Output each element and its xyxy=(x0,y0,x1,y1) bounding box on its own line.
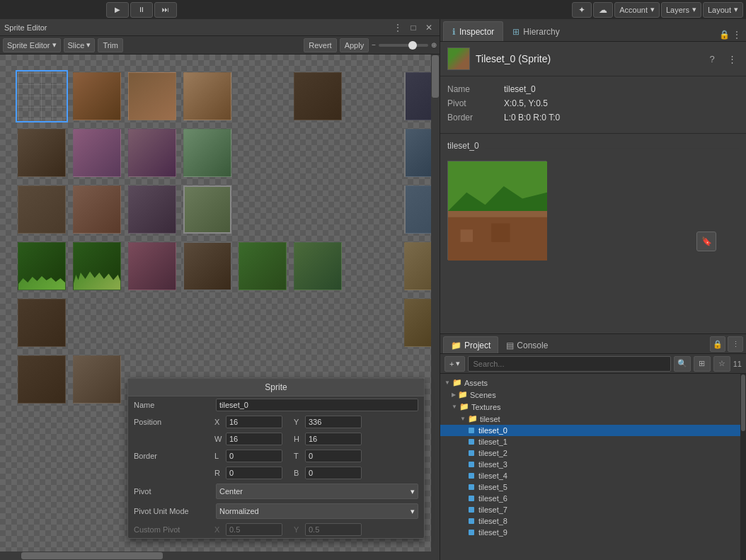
cloud-icon[interactable]: ☁ xyxy=(593,2,613,18)
pivot-dropdown[interactable]: Center ▾ xyxy=(216,484,418,499)
account-dropdown[interactable]: Account ▾ xyxy=(614,2,660,18)
pos-x-input[interactable] xyxy=(226,416,282,428)
sprite-cell[interactable] xyxy=(183,72,231,120)
sprite-cell[interactable] xyxy=(183,129,231,177)
tree-item-tileset-9[interactable]: tileset_9 xyxy=(440,527,740,538)
sort-icon-btn[interactable]: ☆ xyxy=(713,356,730,372)
tree-item-tileset-5[interactable]: tileset_5 xyxy=(440,481,740,493)
project-menu-icon[interactable]: ⋮ xyxy=(728,336,743,352)
pos-w-input[interactable] xyxy=(226,433,282,445)
sprite-cell[interactable] xyxy=(404,72,431,120)
sprite-cell[interactable] xyxy=(404,242,431,290)
step-button[interactable]: ⏭ xyxy=(154,2,177,18)
zoom-out-icon[interactable]: − xyxy=(372,41,376,49)
sprite-thumbnail xyxy=(447,47,470,70)
inspector-menu-btn[interactable]: ⋮ xyxy=(725,52,739,66)
add-asset-button[interactable]: + ▾ xyxy=(444,356,465,372)
sprite-cell[interactable] xyxy=(73,129,121,177)
sprite-cell[interactable] xyxy=(18,355,66,404)
revert-button[interactable]: Revert xyxy=(304,38,336,52)
sprite-editor-close-icon[interactable]: ✕ xyxy=(423,21,435,34)
border-b-input[interactable] xyxy=(305,467,362,479)
project-search-input[interactable] xyxy=(468,356,670,372)
sprite-cell[interactable] xyxy=(18,242,66,290)
search-icon-btn[interactable]: 🔍 xyxy=(674,356,691,372)
sprite-cell[interactable] xyxy=(73,72,121,120)
sprite-cell[interactable] xyxy=(294,242,342,290)
inspector-menu-icon[interactable]: ⋮ xyxy=(730,28,743,41)
project-scrollbar[interactable] xyxy=(740,374,746,560)
sprite-editor-menu-icon[interactable]: ⋮ xyxy=(391,21,404,34)
pivot-unit-dropdown[interactable]: Normalized ▾ xyxy=(216,503,418,519)
sprite-cell[interactable] xyxy=(18,72,66,120)
play-button[interactable]: ▶ xyxy=(106,2,129,18)
sprite-cell[interactable] xyxy=(18,185,66,234)
tab-console[interactable]: ▤ Console xyxy=(498,336,556,353)
pos-h-input[interactable] xyxy=(305,433,362,445)
sprite-cell[interactable] xyxy=(128,72,176,120)
tree-item-tileset-folder[interactable]: ▼ 📁 tileset xyxy=(440,413,740,425)
tree-item-tileset-6[interactable]: tileset_6 xyxy=(440,493,740,504)
project-lock-icon[interactable]: 🔒 xyxy=(710,336,725,352)
slice-dropdown[interactable]: Slice ▾ xyxy=(64,38,96,52)
zoom-icon[interactable]: ⊕ xyxy=(431,41,437,49)
sprite-cell[interactable] xyxy=(404,299,431,347)
bookmark-button[interactable]: 🔖 xyxy=(696,232,716,251)
sprite-cell[interactable] xyxy=(128,242,176,290)
tab-inspector[interactable]: ℹ Inspector xyxy=(443,21,503,41)
pause-button[interactable]: ⏸ xyxy=(130,2,153,18)
trim-button[interactable]: Trim xyxy=(98,38,123,52)
tab-project[interactable]: 📁 Project xyxy=(443,336,498,353)
project-scrollbar-thumb[interactable] xyxy=(741,375,745,431)
custom-x-input[interactable] xyxy=(226,523,282,536)
vertical-scrollbar[interactable] xyxy=(431,55,440,560)
layers-dropdown[interactable]: Layers ▾ xyxy=(661,2,701,18)
h-scrollbar-thumb[interactable] xyxy=(21,552,163,559)
sprite-cell[interactable] xyxy=(128,129,176,177)
tree-item-tileset-4[interactable]: tileset_4 xyxy=(440,470,740,481)
sprite-cell[interactable] xyxy=(73,355,121,404)
tree-item-tileset-1[interactable]: tileset_1 xyxy=(440,436,740,447)
sprite-editor-lock-icon[interactable]: □ xyxy=(407,21,420,34)
inspector-lock-icon[interactable]: 🔒 xyxy=(718,28,730,41)
help-icon[interactable]: ? xyxy=(705,52,719,66)
sprite-cell[interactable] xyxy=(18,299,66,347)
border-t-input[interactable] xyxy=(305,450,362,462)
tree-item-assets[interactable]: ▼ 📁 Assets xyxy=(440,377,740,389)
popup-title: Sprite xyxy=(128,379,424,396)
tree-item-scenes[interactable]: ▶ 📁 Scenes xyxy=(440,389,740,401)
sprite-editor-dropdown[interactable]: Sprite Editor ▾ xyxy=(3,38,61,52)
sprite-cell[interactable] xyxy=(183,242,231,290)
sprite-cell[interactable] xyxy=(73,242,121,290)
layers-label: Layers xyxy=(666,6,689,14)
tree-item-tileset-2[interactable]: tileset_2 xyxy=(440,447,740,459)
apply-button[interactable]: Apply xyxy=(340,38,369,52)
tree-item-tileset-7[interactable]: tileset_7 xyxy=(440,504,740,515)
tree-item-tileset-8[interactable]: tileset_8 xyxy=(440,515,740,527)
horizontal-scrollbar[interactable] xyxy=(0,552,431,560)
sprite-cell[interactable] xyxy=(404,185,431,234)
pos-y-input[interactable] xyxy=(305,416,362,428)
sprite-cell[interactable] xyxy=(294,72,342,120)
sprite-cell[interactable] xyxy=(404,129,431,177)
v-scrollbar-thumb[interactable] xyxy=(432,55,439,98)
name-input[interactable] xyxy=(216,399,418,411)
sprite-cell[interactable] xyxy=(183,185,231,234)
collab-icon[interactable]: ✦ xyxy=(572,2,592,18)
tree-item-textures[interactable]: ▼ 📁 Textures xyxy=(440,401,740,413)
tab-hierarchy[interactable]: ⊞ Hierarchy xyxy=(503,21,568,41)
sprite-cell[interactable] xyxy=(18,129,66,177)
sprite-cell[interactable] xyxy=(239,242,287,290)
tree-item-tileset-3[interactable]: tileset_3 xyxy=(440,459,740,470)
layout-dropdown[interactable]: Layout ▾ xyxy=(703,2,743,18)
arrow-down-icon: ▼ xyxy=(444,379,450,386)
project-tab-icon: 📁 xyxy=(451,341,461,350)
filter-icon-btn[interactable]: ⊞ xyxy=(694,356,711,372)
border-l-input[interactable] xyxy=(226,450,282,462)
border-r-input[interactable] xyxy=(226,467,282,479)
sprite-cell[interactable] xyxy=(73,185,121,234)
tree-item-tileset-0[interactable]: tileset_0 xyxy=(440,425,740,436)
zoom-thumb[interactable] xyxy=(408,41,417,50)
sprite-cell[interactable] xyxy=(128,185,176,234)
custom-y-input[interactable] xyxy=(305,523,362,536)
